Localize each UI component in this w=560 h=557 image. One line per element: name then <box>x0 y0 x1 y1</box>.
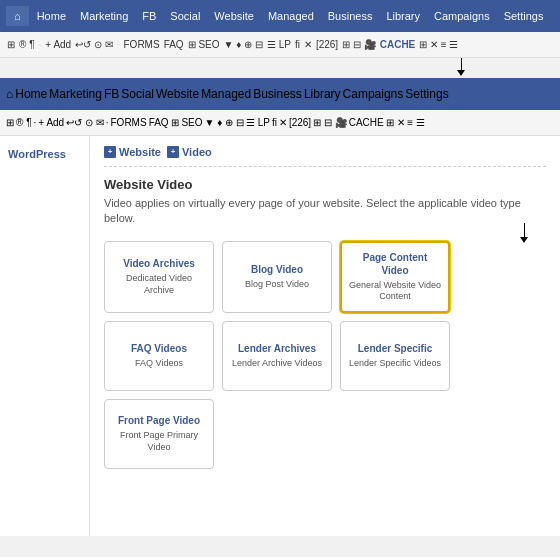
toolbar2-faq[interactable]: FAQ <box>149 117 169 128</box>
card-0-title: Video Archives <box>123 257 195 270</box>
toolbar2-wp-icon[interactable]: ⊞ <box>6 117 14 128</box>
toolbar2-icons5[interactable]: ⊞ ✕ ≡ ☰ <box>386 117 425 128</box>
card-2-title: Page Content Video <box>348 251 442 277</box>
breadcrumb-website[interactable]: + Website <box>104 146 161 158</box>
nav2-home-label[interactable]: Home <box>15 87 47 101</box>
card-1-desc: Blog Post Video <box>245 279 309 291</box>
card-page-content-video[interactable]: Page Content Video General Website Video… <box>340 241 450 313</box>
section-description: Video applies on virtually every page of… <box>104 196 546 227</box>
card-front-page-video[interactable]: Front Page Video Front Page Primary Vide… <box>104 399 214 469</box>
card-2-desc: General Website Video Content <box>348 280 442 303</box>
nav2-website[interactable]: Website <box>156 87 199 101</box>
card-3-title: FAQ Videos <box>131 342 187 355</box>
nav2-social[interactable]: Social <box>121 87 154 101</box>
toolbar2-cache[interactable]: CACHE <box>349 117 384 128</box>
toolbar2-icons[interactable]: ® ¶ <box>16 117 32 128</box>
toolbar-add-btn[interactable]: + Add <box>44 39 72 50</box>
toolbar-cross[interactable]: ✕ <box>303 39 313 50</box>
toolbar-add[interactable]: ® ¶ <box>18 39 36 50</box>
nav-website[interactable]: Website <box>208 6 260 26</box>
top-toolbar: ⊞ ® ¶ · + Add ↩↺ ⊙ ✉ · FORMS FAQ ⊞ SEO ▼… <box>0 32 560 58</box>
content-area: + Website + Video Website Video Video ap… <box>90 136 560 536</box>
toolbar2-icons2[interactable]: ↩↺ ⊙ ✉ <box>66 117 104 128</box>
toolbar2-count: [226] <box>289 117 311 128</box>
nav2-library[interactable]: Library <box>304 87 341 101</box>
card-blog-video[interactable]: Blog Video Blog Post Video <box>222 241 332 313</box>
sidebar-label: WordPress <box>8 148 66 160</box>
plus-icon: + <box>104 146 116 158</box>
toolbar-seo[interactable]: ⊞ SEO <box>187 39 221 50</box>
card-faq-videos[interactable]: FAQ Videos FAQ Videos <box>104 321 214 391</box>
toolbar2-icons3[interactable]: ▼ ♦ ⊕ ⊟ <box>205 117 244 128</box>
nav2-home[interactable]: ⌂ <box>6 87 13 101</box>
nav-home-label[interactable]: Home <box>31 6 72 26</box>
nav-marketing[interactable]: Marketing <box>74 6 134 26</box>
nav-managed[interactable]: Managed <box>262 6 320 26</box>
toolbar2-icons4[interactable]: ⊞ ⊟ 🎥 <box>313 117 347 128</box>
nav-social[interactable]: Social <box>164 6 206 26</box>
section-title: Website Video <box>104 177 546 192</box>
breadcrumb-website-label: Website <box>119 146 161 158</box>
card-0-desc: Dedicated Video Archive <box>111 273 207 296</box>
card-arrow-annotation <box>520 223 528 243</box>
sidebar: WordPress <box>0 136 90 536</box>
card-1-title: Blog Video <box>251 263 303 276</box>
toolbar2-add[interactable]: + Add <box>38 117 64 128</box>
video-grid-wrapper: Video Archives Dedicated Video Archive B… <box>104 241 546 469</box>
card-4-desc: Lender Archive Videos <box>232 358 322 370</box>
toolbar-lp[interactable]: ☰ LP <box>266 39 292 50</box>
nav2-settings[interactable]: Settings <box>405 87 448 101</box>
nav-library[interactable]: Library <box>380 6 426 26</box>
toolbar2-forms[interactable]: FORMS <box>111 117 147 128</box>
card-6-desc: Front Page Primary Video <box>111 430 207 453</box>
toolbar-count: [226] <box>315 39 339 50</box>
card-6-title: Front Page Video <box>118 414 200 427</box>
card-lender-archives[interactable]: Lender Archives Lender Archive Videos <box>222 321 332 391</box>
cache-arrow <box>457 58 465 76</box>
toolbar-icons-3[interactable]: ⊞ ⊟ 🎥 <box>341 39 377 50</box>
toolbar2-lp[interactable]: ☰ LP <box>246 117 270 128</box>
nav2-marketing[interactable]: Marketing <box>49 87 102 101</box>
nav2-managed[interactable]: Managed <box>201 87 251 101</box>
card-lender-specific[interactable]: Lender Specific Lender Specific Videos <box>340 321 450 391</box>
nav2-fb[interactable]: FB <box>104 87 119 101</box>
card-arrow-line <box>524 223 525 237</box>
card-5-desc: Lender Specific Videos <box>349 358 441 370</box>
nav2-business[interactable]: Business <box>253 87 302 101</box>
second-toolbar: ⊞ ® ¶ · + Add ↩↺ ⊙ ✉ · FORMS FAQ ⊞ SEO ▼… <box>0 110 560 136</box>
toolbar-cache[interactable]: CACHE <box>379 39 417 50</box>
breadcrumb-video[interactable]: + Video <box>167 146 212 158</box>
video-breadcrumb-icon: + <box>167 146 179 158</box>
card-video-archives[interactable]: Video Archives Dedicated Video Archive <box>104 241 214 313</box>
nav-settings[interactable]: Settings <box>498 6 550 26</box>
nav-campaigns[interactable]: Campaigns <box>428 6 496 26</box>
toolbar-wp-icon[interactable]: ⊞ <box>6 39 16 50</box>
second-nav-bar: ⌂ Home Marketing FB Social Website Manag… <box>0 78 560 110</box>
nav-business[interactable]: Business <box>322 6 379 26</box>
video-grid: Video Archives Dedicated Video Archive B… <box>104 241 546 469</box>
breadcrumb: + Website + Video <box>104 146 546 167</box>
card-3-desc: FAQ Videos <box>135 358 183 370</box>
breadcrumb-video-label: Video <box>182 146 212 158</box>
card-arrow-head <box>520 237 528 243</box>
toolbar2-cross[interactable]: ✕ <box>279 117 287 128</box>
nav2-campaigns[interactable]: Campaigns <box>343 87 404 101</box>
toolbar2-seo[interactable]: ⊞ SEO <box>171 117 203 128</box>
top-nav-bar: ⌂ Home Marketing FB Social Website Manag… <box>0 0 560 32</box>
toolbar-icons-1[interactable]: ↩↺ ⊙ ✉ <box>74 39 114 50</box>
annotation-area <box>0 58 560 78</box>
toolbar-icons-2[interactable]: ▼ ♦ ⊕ ⊟ <box>223 39 264 50</box>
toolbar-icons-4[interactable]: ⊞ ✕ ≡ ☰ <box>418 39 459 50</box>
toolbar2-fi[interactable]: fi <box>272 117 277 128</box>
nav-fb[interactable]: FB <box>136 6 162 26</box>
card-5-title: Lender Specific <box>358 342 432 355</box>
card-4-title: Lender Archives <box>238 342 316 355</box>
toolbar-forms[interactable]: FORMS <box>123 39 161 50</box>
main-content: WordPress + Website + Video Website Vide… <box>0 136 560 536</box>
nav-home[interactable]: ⌂ <box>6 6 29 26</box>
toolbar-fi[interactable]: fi <box>294 39 301 50</box>
toolbar-faq[interactable]: FAQ <box>163 39 185 50</box>
